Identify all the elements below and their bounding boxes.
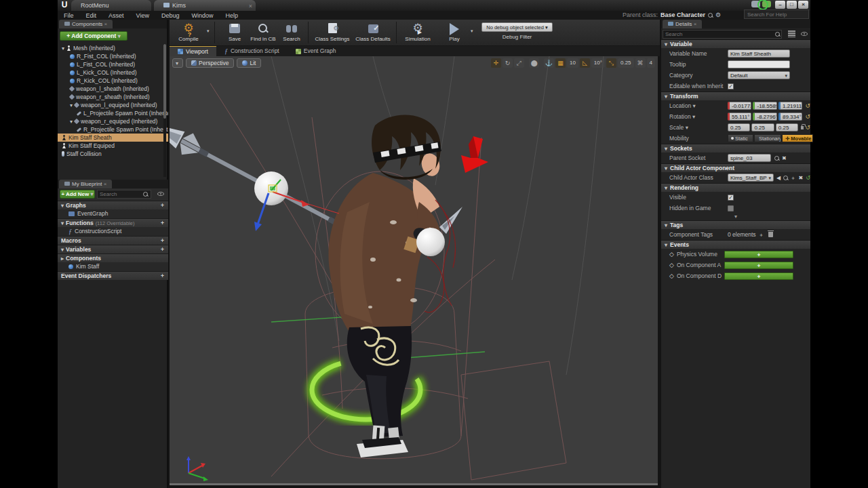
macros-section[interactable]: Macros+ (58, 236, 168, 245)
event-dispatchers-section[interactable]: Event Dispatchers+ (58, 271, 168, 280)
add-graph-icon[interactable]: + (161, 201, 164, 210)
property-matrix-icon[interactable] (788, 30, 795, 37)
close-button[interactable]: × (798, 1, 808, 9)
tree-item[interactable]: R_Kick_COL (Inherited) (58, 77, 168, 85)
section-variable[interactable]: Variable (661, 39, 810, 48)
variables-section[interactable]: Variables+ (58, 245, 168, 253)
add-component-activated-event-button[interactable]: ＋ (724, 262, 793, 269)
tab-construction-script[interactable]: ƒConstruction Script (216, 46, 288, 56)
rotation-y-field[interactable]: -8.2796° (753, 113, 776, 121)
rotation-snap-button[interactable]: ◺ (580, 58, 590, 68)
add-tag-icon[interactable]: ＋ (759, 231, 764, 239)
rotation-z-field[interactable]: 89.334° (778, 113, 802, 121)
surface-snap-button[interactable]: ⚓ (544, 58, 554, 68)
section-child-actor[interactable]: Child Actor Component (661, 163, 810, 172)
grid-snap-value[interactable]: 10 (567, 58, 578, 68)
title-bar[interactable]: U RootMenu Kims× – □ × (58, 0, 810, 11)
search-button[interactable]: Search (277, 21, 307, 45)
construction-script-item[interactable]: ƒConstructionScript (58, 227, 168, 236)
browse-icon[interactable] (783, 176, 787, 180)
section-rendering[interactable]: Rendering (661, 183, 810, 192)
functions-section[interactable]: Functions(112 Overridable)+ (58, 218, 168, 227)
help-search-input[interactable] (744, 9, 809, 19)
tree-item[interactable]: weapon_l_equiped (Inherited) (58, 101, 168, 109)
graphs-section[interactable]: Graphs+ (58, 201, 168, 209)
clear-icon[interactable]: ✖ (799, 175, 804, 181)
reset-rotation-icon[interactable]: ↺ (805, 113, 810, 120)
simulation-button[interactable]: ⚙Simulation (400, 21, 435, 45)
add-physics-volume-event-button[interactable]: ＋ (724, 251, 793, 258)
variable-name-field[interactable]: Kim Staff Sheath (728, 49, 790, 58)
clear-socket-icon[interactable]: ✖ (782, 155, 787, 161)
asset-tab-kim[interactable]: Kims× (154, 0, 256, 11)
menu-view[interactable]: View (130, 12, 155, 19)
tree-item[interactable]: L_Kick_COL (Inherited) (58, 68, 168, 77)
section-transform[interactable]: Transform (661, 92, 810, 100)
section-sockets[interactable]: Sockets (661, 144, 810, 152)
save-button[interactable]: Save (220, 21, 250, 45)
viewport-options-button[interactable] (172, 58, 183, 68)
hidden-in-game-checkbox[interactable] (728, 205, 734, 211)
socket-search-icon[interactable] (774, 156, 779, 161)
location-x-field[interactable]: -0.017727 (728, 102, 751, 110)
tree-item[interactable]: weapon_l_sheath (Inherited) (58, 85, 168, 93)
rotate-tool-button[interactable]: ↻ (502, 58, 513, 68)
close-tab-icon[interactable]: × (249, 1, 252, 12)
use-selected-icon[interactable]: ◀ (776, 175, 781, 181)
compile-options-chevron-icon[interactable]: ▾ (207, 28, 210, 34)
trash-icon[interactable] (768, 232, 773, 237)
close-icon[interactable]: × (694, 21, 697, 27)
reset-to-default-icon[interactable]: ↺ (806, 175, 810, 181)
tree-item[interactable]: R_Projectile Spawn Point (Inherited) (58, 125, 168, 134)
add-dispatcher-icon[interactable]: + (161, 272, 164, 281)
tooltip-field[interactable] (728, 60, 790, 68)
tree-item[interactable]: R_Fist_COL (Inherited) (58, 52, 168, 60)
scale-tool-button[interactable]: ⤢ (514, 58, 524, 68)
tree-item[interactable]: weapon_r_equiped (Inherited) (58, 117, 168, 125)
scale-y-field[interactable]: 0.25 (751, 123, 774, 131)
menu-asset[interactable]: Asset (102, 12, 130, 19)
components-scrollbar[interactable] (163, 44, 166, 177)
scrollbar-thumb[interactable] (163, 44, 166, 119)
reset-scale-icon[interactable]: ↺ (805, 124, 810, 131)
kim-staff-variable[interactable]: Kim Staff (58, 262, 168, 271)
section-tags[interactable]: Tags (661, 220, 810, 229)
add-icon[interactable]: ＋ (791, 174, 796, 182)
mobility-stationary-button[interactable]: Stationary (754, 134, 781, 142)
perspective-button[interactable]: Perspective (186, 58, 234, 68)
menu-file[interactable]: File (58, 12, 80, 19)
tree-item[interactable]: L_Fist_COL (Inherited) (58, 60, 168, 68)
tab-viewport[interactable]: Viewport (170, 46, 216, 56)
rotation-x-field[interactable]: 55.111° (728, 113, 751, 121)
grid-snap-button[interactable]: ▦ (555, 58, 566, 68)
compile-button[interactable]: ⚙?Compile (174, 21, 203, 45)
menu-window[interactable]: Window (185, 12, 219, 19)
play-button[interactable]: Play (439, 21, 469, 45)
mobility-static-button[interactable]: Static (728, 134, 753, 142)
socket-sphere-hand[interactable] (416, 228, 445, 256)
translate-tool-button[interactable]: ✛ (491, 58, 501, 68)
find-in-cb-button[interactable]: Find in CB (248, 21, 278, 45)
expander-icon[interactable] (70, 101, 73, 109)
visibility-filter-icon[interactable] (801, 32, 808, 36)
scale-snap-value[interactable]: 0.25 (618, 58, 634, 68)
expander-icon[interactable] (70, 117, 73, 125)
add-function-icon[interactable]: + (161, 219, 164, 228)
menu-help[interactable]: Help (219, 12, 244, 19)
location-y-field[interactable]: -18.55893 (753, 102, 776, 110)
add-component-button[interactable]: + Add Component (60, 31, 127, 41)
event-graph-item[interactable]: EventGraph (58, 209, 168, 218)
my-blueprint-panel-tab[interactable]: My Blueprint × (59, 180, 112, 188)
camera-speed-button[interactable]: ⌘ (635, 58, 646, 68)
components-panel-tab[interactable]: Components × (59, 20, 113, 28)
scale-snap-button[interactable]: ⤡ (606, 58, 616, 68)
close-icon[interactable]: × (104, 181, 107, 187)
asset-tab-rootmenu[interactable]: RootMenu (71, 0, 151, 11)
details-search-input[interactable] (663, 30, 782, 39)
camera-speed-value[interactable]: 4 (647, 58, 655, 68)
mobility-movable-button[interactable]: ✛Movable (782, 134, 813, 142)
menu-edit[interactable]: Edit (80, 12, 103, 19)
rotation-snap-value[interactable]: 10° (591, 58, 605, 68)
scale-x-field[interactable]: 0.25 (728, 123, 750, 131)
editable-checkbox[interactable]: ✓ (728, 83, 734, 89)
